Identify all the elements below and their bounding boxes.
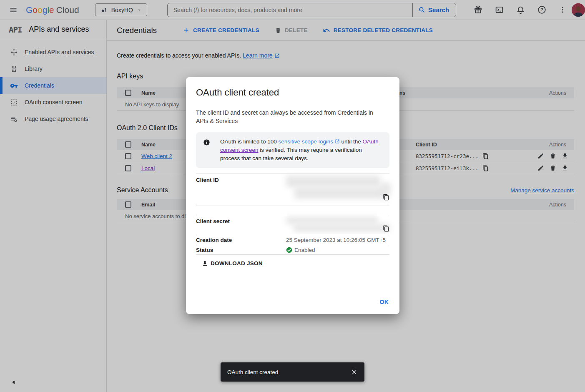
copy-icon[interactable] — [383, 194, 389, 201]
download-icon — [202, 260, 208, 266]
dialog-title: OAuth client created — [196, 87, 389, 98]
status-value: Enabled — [294, 247, 315, 253]
status-label: Status — [196, 247, 286, 253]
info-icon — [203, 139, 210, 146]
creation-date-value: 25 September 2023 at 10:26:05 GMT+5 — [286, 237, 386, 243]
dialog-detail-rows: Client ID Client secret Creation date 25… — [196, 173, 389, 255]
download-json-button[interactable]: DOWNLOAD JSON — [202, 260, 389, 266]
info-note-text: OAuth is limited to 100 sensitive scope … — [220, 138, 379, 163]
creation-date-row: Creation date 25 September 2023 at 10:26… — [196, 235, 389, 245]
status-row: Status Enabled — [196, 245, 389, 254]
client-id-value-redacted — [286, 173, 389, 206]
toast-message: OAuth client created — [227, 369, 351, 375]
note-text: OAuth is limited to 100 — [220, 138, 279, 145]
dialog-subtitle: The client ID and secret can always be a… — [196, 108, 384, 125]
close-icon[interactable] — [351, 369, 358, 376]
sensitive-scope-logins-link[interactable]: sensitive scope logins — [279, 138, 333, 145]
toast-snackbar: OAuth client created — [221, 362, 364, 382]
ok-button[interactable]: OK — [380, 299, 389, 305]
copy-icon[interactable] — [383, 225, 389, 232]
note-text: until the — [340, 138, 363, 145]
client-secret-value-redacted — [286, 215, 389, 235]
client-secret-label: Client secret — [196, 215, 286, 235]
client-secret-row: Client secret — [196, 215, 389, 235]
external-link-icon — [335, 139, 340, 144]
check-circle-icon — [286, 247, 292, 253]
oauth-client-created-dialog: OAuth client created The client ID and s… — [186, 77, 399, 314]
client-id-row: Client ID — [196, 173, 389, 206]
info-note: OAuth is limited to 100 sensitive scope … — [196, 132, 389, 168]
client-id-label: Client ID — [196, 173, 286, 206]
spacer-row — [196, 206, 389, 215]
download-json-label: DOWNLOAD JSON — [211, 260, 263, 266]
status-badge: Enabled — [286, 247, 315, 253]
creation-date-label: Creation date — [196, 237, 286, 243]
